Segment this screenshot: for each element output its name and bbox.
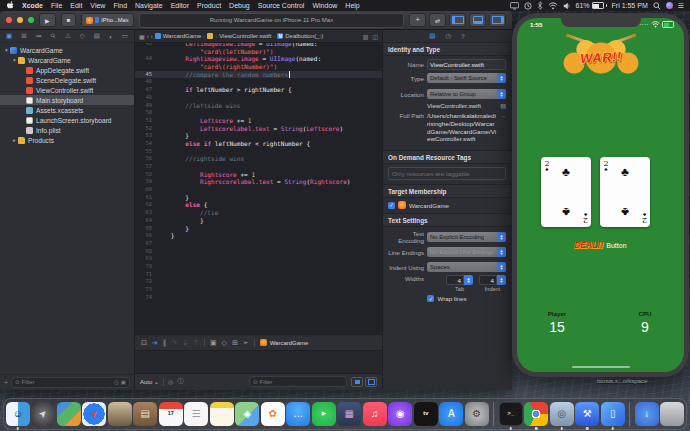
display-mirroring-icon[interactable] [510,2,519,10]
encoding-dropdown[interactable]: No Explicit Encoding▲▼ [427,232,506,242]
breadcrumb-project[interactable]: WarcardGame [163,33,202,39]
code-line-72[interactable]: 72 [135,278,382,286]
code-line-52[interactable]: 52 Leftscorelabel.text = String(Leftscor… [135,125,382,133]
dock-preview-icon[interactable]: ◎ [550,402,574,426]
code-line-49[interactable]: 49 //leftside wins [135,102,382,110]
file-tree-item-viewcontroller-swift[interactable]: ViewController.swift [0,85,134,95]
dock-photos-icon[interactable]: ✿ [261,402,285,426]
disclosure-triangle[interactable]: ▾ [3,47,10,53]
info-icon[interactable]: ⓘ [177,377,183,386]
debug-memory-graph-button[interactable]: ◇ [222,339,227,347]
dock-simulator-icon[interactable]: ▯ [601,402,625,426]
file-tree-item-launchscreen-storyboard[interactable]: LaunchScreen.storyboard [0,115,134,125]
menu-navigate[interactable]: Navigate [135,2,163,9]
dock-maps-icon[interactable]: ◈ [235,402,259,426]
code-line-wrap[interactable]: "card\(rightNumber)") [135,63,382,71]
code-line-69[interactable]: 69 [135,255,382,263]
code-line-64[interactable]: 64 } [135,217,382,225]
variables-scope-dropdown[interactable]: Auto ⌄ [140,378,159,385]
code-line-66[interactable]: 66 } [135,232,382,240]
dock-photo-booth-icon[interactable]: ▦ [337,402,361,426]
forward-button[interactable]: › [151,33,153,39]
project-navigator-tab[interactable]: ▣ [6,32,12,40]
breakpoint-navigator-tab[interactable]: ◗ [109,33,113,40]
editor-arrows-button[interactable]: ⇄ [429,13,446,27]
toggle-navigator-button[interactable] [449,13,466,27]
file-tree-item-assets-xcassets[interactable]: Assets.xcassets [0,105,134,115]
code-line-59[interactable]: 59 Righrscorelabel.text = String(Rightsc… [135,178,382,186]
code-line-71[interactable]: 71 [135,271,382,279]
file-tree-item-info-plist[interactable]: Info.plist [0,125,134,135]
menu-xcode[interactable]: Xcode [22,2,43,9]
split-editor-button[interactable]: ◫ [372,33,378,40]
breadcrumb-file[interactable]: ViewController.swift [219,33,271,39]
report-navigator-tab[interactable]: ▭ [122,32,128,40]
stop-button[interactable]: ■ [61,13,77,27]
dock-launchpad-icon[interactable]: ➤ [31,402,55,426]
file-tree-item-warcardgame[interactable]: ▾WarcardGame [0,45,134,55]
code-line-58[interactable]: 58 Rightscore += 1 [135,171,382,179]
siri-icon[interactable] [666,2,673,9]
location-dropdown[interactable]: Relative to Group▲▼ [427,89,506,99]
apple-menu-icon[interactable] [6,1,14,10]
toggle-inspector-button[interactable] [489,13,506,27]
scheme-selector[interactable]: iPho...Max [81,13,133,27]
show-only-interesting-icon[interactable]: ◎ [168,378,173,385]
folder-crumb-icon[interactable] [207,33,213,39]
quick-help-inspector-tab[interactable]: ? [461,33,465,40]
file-tree-item-main-storyboard[interactable]: Main.storyboard [0,95,134,105]
folder-reveal-icon[interactable]: ▤ [500,102,506,109]
code-line-54[interactable]: 54 else if leftNumber < rightNumber { [135,140,382,148]
test-navigator-tab[interactable]: ◇ [80,32,85,40]
name-field[interactable]: ViewController.swift [427,59,506,70]
wrap-lines-checkbox[interactable]: ✓ [427,295,434,302]
tab-width-stepper[interactable]: 4▲▼ [446,275,473,285]
file-tree-item-appdelegate-swift[interactable]: AppDelegate.swift [0,65,134,75]
volume-icon[interactable] [563,2,571,10]
indent-dropdown[interactable]: Spaces▲▼ [427,262,506,272]
disclosure-triangle[interactable]: ▾ [11,57,18,63]
debug-process-chip[interactable]: WarcardGame [260,339,309,346]
dock-podcasts-icon[interactable]: ◉ [388,402,412,426]
menu-window[interactable]: Window [312,2,337,9]
reveal-in-finder-icon[interactable]: → [500,112,506,119]
history-inspector-tab[interactable]: ◷ [445,32,451,40]
notification-center-icon[interactable]: ☰ [678,2,684,10]
code-line-63[interactable]: 63 //tie [135,209,382,217]
add-file-button[interactable]: + [4,379,8,386]
menu-debug[interactable]: Debug [229,2,250,9]
odr-tags-field[interactable]: Only resources are taggable [388,167,506,180]
battery-indicator[interactable]: 61% [576,2,607,9]
step-over-button[interactable]: ↷ [171,339,177,347]
code-line-51[interactable]: 51 Leftscore += 1 [135,117,382,125]
debug-filter-input[interactable]: ⊙ Filter [249,376,347,387]
bluetooth-icon[interactable] [537,1,543,10]
dock-image-file-icon[interactable] [108,402,132,426]
code-line-61[interactable]: 61 } [135,194,382,202]
run-button[interactable]: ▶ [39,13,56,27]
code-line-48[interactable]: 48 [135,94,382,102]
menu-help[interactable]: Help [345,2,359,9]
time-machine-icon[interactable] [524,2,532,10]
dock-system-preferences-icon[interactable]: ⚙ [465,402,489,426]
dock-mission-control-icon[interactable] [57,402,81,426]
source-code-editor[interactable]: 43 Leftimageview.image = UIImage(named: … [135,40,382,334]
file-inspector-tab[interactable]: ▤ [429,32,435,40]
recent-files-icon[interactable]: ◷ [114,379,119,385]
dock-downloads-icon[interactable]: ↓ [635,402,659,426]
find-navigator-tab[interactable]: ⚲ [51,32,56,40]
lineendings-dropdown[interactable]: No Explicit Line Endings▲▼ [427,247,506,257]
issue-navigator-tab[interactable]: ⚠ [65,32,71,40]
dock-chrome-icon[interactable] [524,402,548,426]
menubar-clock[interactable]: Fri 1:55 PM [612,2,648,9]
zoom-window-button[interactable] [28,17,34,23]
toggle-debug-area-view-button[interactable] [469,13,486,27]
source-control-status-icon[interactable]: ▣ [121,379,126,385]
dock-facetime-icon[interactable]: ▶ [312,402,336,426]
step-into-button[interactable]: ⇣ [182,339,188,347]
code-line-57[interactable]: 57 [135,163,382,171]
code-line-55[interactable]: 55 [135,148,382,156]
dock-messages-icon[interactable]: … [286,402,310,426]
desktop-file-label[interactable]: bonus.x...orkspace [597,378,647,384]
dock-app-store-icon[interactable]: A [439,402,463,426]
